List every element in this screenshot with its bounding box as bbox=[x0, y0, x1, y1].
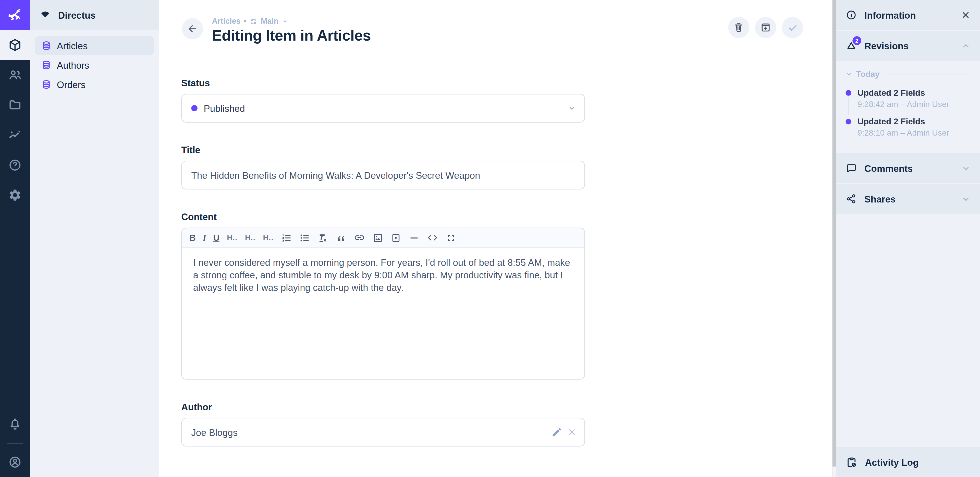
trash-icon bbox=[733, 22, 745, 33]
status-dropdown[interactable]: Published bbox=[181, 94, 585, 123]
breadcrumb-version[interactable]: Main bbox=[261, 17, 279, 26]
nav-sidebar: Directus Articles Authors bbox=[30, 0, 159, 477]
users-icon bbox=[8, 68, 22, 82]
breadcrumb-separator: • bbox=[244, 17, 247, 26]
account-button[interactable] bbox=[0, 447, 30, 477]
comments-label: Comments bbox=[864, 163, 954, 174]
content-box-icon bbox=[8, 38, 22, 52]
directus-logo[interactable] bbox=[0, 0, 30, 30]
bold-button[interactable]: B bbox=[189, 231, 196, 245]
image-button[interactable] bbox=[372, 231, 383, 245]
project-chooser[interactable]: Directus bbox=[30, 0, 159, 30]
module-users[interactable] bbox=[0, 60, 30, 90]
group-divider bbox=[886, 73, 970, 75]
notifications-button[interactable] bbox=[0, 410, 30, 440]
comments-section-toggle[interactable]: Comments bbox=[836, 153, 980, 183]
comment-bubble-icon bbox=[845, 163, 857, 174]
nav-item-articles[interactable]: Articles bbox=[35, 36, 154, 55]
arrow-left-icon bbox=[187, 23, 198, 35]
revisions-label: Revisions bbox=[864, 40, 954, 51]
nav-item-orders[interactable]: Orders bbox=[35, 75, 154, 94]
shares-label: Shares bbox=[864, 193, 954, 204]
clear-format-button[interactable] bbox=[317, 231, 328, 245]
breadcrumb-collection[interactable]: Articles bbox=[212, 17, 240, 26]
database-icon bbox=[41, 80, 51, 89]
breadcrumb: Articles • Main bbox=[212, 17, 371, 26]
title-input[interactable]: The Hidden Benefits of Morning Walks: A … bbox=[181, 161, 585, 190]
clear-format-icon bbox=[317, 232, 328, 243]
heading2-button[interactable]: H.. bbox=[245, 231, 256, 245]
content-field: Content B I U H.. H.. H.. bbox=[181, 211, 585, 380]
revisions-group-toggle[interactable]: Today bbox=[845, 69, 970, 79]
revisions-section-toggle[interactable]: 2 Revisions bbox=[836, 30, 980, 61]
module-content[interactable] bbox=[0, 30, 30, 60]
fullscreen-icon bbox=[445, 232, 456, 243]
title-field: Title The Hidden Benefits of Morning Wal… bbox=[181, 145, 585, 190]
author-input[interactable]: Joe Bloggs bbox=[181, 418, 585, 447]
activity-log-label: Activity Log bbox=[865, 457, 918, 467]
video-icon bbox=[390, 232, 401, 243]
item-form: Status Published Title The Hidden Benefi… bbox=[181, 78, 585, 447]
module-bar-divider bbox=[7, 443, 23, 444]
module-files[interactable] bbox=[0, 90, 30, 120]
editor-text-area[interactable]: I never considered myself a morning pers… bbox=[182, 248, 584, 379]
bullet-list-button[interactable] bbox=[299, 231, 310, 245]
account-circle-icon bbox=[8, 455, 22, 469]
module-bar-bottom bbox=[0, 410, 30, 477]
check-icon bbox=[787, 21, 799, 34]
revisions-panel: Today Updated 2 Fields 9:28:42 am – Admi… bbox=[836, 61, 980, 149]
shares-section-toggle[interactable]: Shares bbox=[836, 184, 980, 214]
heading3-button[interactable]: H.. bbox=[263, 231, 274, 245]
image-icon bbox=[372, 232, 383, 243]
code-icon bbox=[427, 232, 438, 243]
archive-button[interactable] bbox=[755, 17, 776, 38]
revision-entry[interactable]: Updated 2 Fields 9:28:42 am – Admin User bbox=[845, 88, 970, 109]
code-button[interactable] bbox=[427, 231, 438, 245]
close-sidebar-button[interactable] bbox=[961, 10, 970, 20]
module-help[interactable] bbox=[0, 150, 30, 180]
blockquote-icon bbox=[335, 232, 346, 243]
author-field: Author Joe Bloggs bbox=[181, 401, 585, 447]
horizontal-rule-button[interactable] bbox=[409, 231, 419, 245]
link-button[interactable] bbox=[353, 231, 365, 245]
rabbit-logo-icon bbox=[6, 6, 24, 24]
status-field: Status Published bbox=[181, 78, 585, 123]
revision-entry[interactable]: Updated 2 Fields 9:28:10 am – Admin User bbox=[845, 117, 970, 138]
fullscreen-button[interactable] bbox=[445, 231, 456, 245]
module-settings[interactable] bbox=[0, 180, 30, 210]
back-button[interactable] bbox=[182, 18, 203, 39]
scrollbar-thumb[interactable] bbox=[832, 0, 836, 466]
italic-button[interactable]: I bbox=[203, 231, 206, 245]
author-label: Author bbox=[181, 401, 585, 412]
directus-app: Directus Articles Authors bbox=[0, 0, 980, 477]
edit-author-button[interactable] bbox=[551, 426, 563, 438]
delete-button[interactable] bbox=[728, 17, 749, 38]
video-button[interactable] bbox=[390, 231, 401, 245]
heading1-button[interactable]: H.. bbox=[227, 231, 237, 245]
caret-down-icon bbox=[282, 18, 288, 24]
page-header: Articles • Main Editing Item in Articles bbox=[159, 0, 832, 45]
activity-log-icon bbox=[845, 456, 858, 468]
database-icon bbox=[41, 60, 51, 70]
collection-nav: Articles Authors Orders bbox=[30, 30, 159, 101]
revision-meta: 9:28:10 am – Admin User bbox=[858, 128, 970, 138]
module-insights[interactable] bbox=[0, 120, 30, 150]
nav-item-authors[interactable]: Authors bbox=[35, 56, 154, 74]
ordered-list-button[interactable] bbox=[281, 231, 292, 245]
status-label: Status bbox=[181, 78, 585, 88]
revisions-group-label: Today bbox=[856, 69, 880, 79]
activity-log-button[interactable]: Activity Log bbox=[836, 447, 980, 477]
page-title: Editing Item in Articles bbox=[212, 27, 371, 45]
status-value: Published bbox=[204, 103, 245, 113]
underline-button[interactable]: U bbox=[213, 231, 220, 245]
link-icon bbox=[353, 232, 365, 243]
chevron-down-icon bbox=[961, 163, 971, 173]
blockquote-button[interactable] bbox=[335, 231, 346, 245]
archive-icon bbox=[760, 22, 771, 33]
author-value: Joe Bloggs bbox=[191, 427, 238, 437]
project-fan-icon bbox=[39, 9, 51, 21]
save-button[interactable] bbox=[782, 17, 803, 38]
deselect-author-button[interactable] bbox=[567, 427, 577, 437]
sidebar-spacer bbox=[836, 214, 980, 447]
content-paragraph: I never considered myself a morning pers… bbox=[193, 257, 570, 293]
